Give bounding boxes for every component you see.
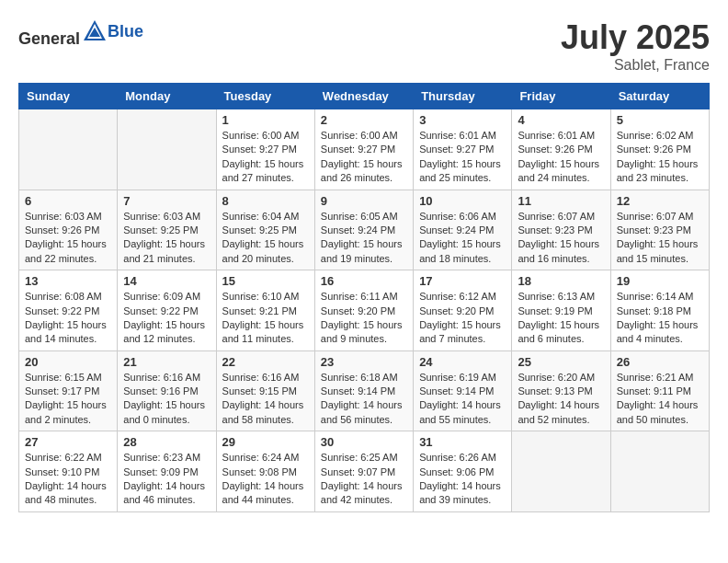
day-info: Sunrise: 6:25 AM Sunset: 9:07 PM Dayligh… — [321, 451, 407, 508]
calendar-cell: 9Sunrise: 6:05 AM Sunset: 9:24 PM Daylig… — [314, 190, 413, 270]
logo-general: General — [18, 29, 80, 48]
calendar-cell: 24Sunrise: 6:19 AM Sunset: 9:14 PM Dayli… — [414, 350, 512, 431]
day-info: Sunrise: 6:03 AM Sunset: 9:25 PM Dayligh… — [123, 210, 210, 267]
weekday-wednesday: Wednesday — [314, 84, 413, 109]
day-info: Sunrise: 6:23 AM Sunset: 9:09 PM Dayligh… — [123, 451, 210, 508]
calendar-cell: 12Sunrise: 6:07 AM Sunset: 9:23 PM Dayli… — [610, 190, 709, 270]
day-number: 18 — [518, 274, 604, 288]
day-info: Sunrise: 6:14 AM Sunset: 9:18 PM Dayligh… — [617, 290, 703, 347]
calendar-cell: 16Sunrise: 6:11 AM Sunset: 9:20 PM Dayli… — [314, 270, 413, 351]
day-number: 7 — [123, 194, 210, 208]
day-number: 12 — [617, 194, 703, 208]
day-number: 4 — [518, 113, 604, 127]
day-number: 16 — [321, 274, 407, 288]
day-number: 8 — [222, 194, 309, 208]
day-number: 3 — [419, 113, 506, 127]
day-number: 29 — [222, 435, 309, 449]
day-info: Sunrise: 6:18 AM Sunset: 9:14 PM Dayligh… — [321, 371, 407, 428]
calendar-cell: 5Sunrise: 6:02 AM Sunset: 9:26 PM Daylig… — [610, 109, 709, 190]
week-row-5: 27Sunrise: 6:22 AM Sunset: 9:10 PM Dayli… — [19, 431, 710, 512]
calendar-cell: 18Sunrise: 6:13 AM Sunset: 9:19 PM Dayli… — [512, 270, 610, 351]
day-info: Sunrise: 6:15 AM Sunset: 9:17 PM Dayligh… — [25, 371, 111, 428]
calendar-cell — [610, 431, 709, 512]
day-info: Sunrise: 6:00 AM Sunset: 9:27 PM Dayligh… — [321, 129, 407, 186]
day-number: 5 — [617, 113, 703, 127]
day-number: 31 — [419, 435, 506, 449]
week-row-3: 13Sunrise: 6:08 AM Sunset: 9:22 PM Dayli… — [19, 270, 710, 351]
day-info: Sunrise: 6:07 AM Sunset: 9:23 PM Dayligh… — [518, 210, 604, 267]
day-number: 23 — [321, 355, 407, 369]
day-number: 13 — [25, 274, 111, 288]
calendar-cell: 6Sunrise: 6:03 AM Sunset: 9:26 PM Daylig… — [19, 190, 118, 270]
calendar-cell: 7Sunrise: 6:03 AM Sunset: 9:25 PM Daylig… — [118, 190, 216, 270]
week-row-2: 6Sunrise: 6:03 AM Sunset: 9:26 PM Daylig… — [19, 190, 710, 270]
day-number: 6 — [25, 194, 111, 208]
calendar-cell: 30Sunrise: 6:25 AM Sunset: 9:07 PM Dayli… — [314, 431, 413, 512]
day-info: Sunrise: 6:12 AM Sunset: 9:20 PM Dayligh… — [419, 290, 506, 347]
day-number: 2 — [321, 113, 407, 127]
weekday-sunday: Sunday — [19, 84, 118, 109]
day-info: Sunrise: 6:20 AM Sunset: 9:13 PM Dayligh… — [518, 371, 604, 428]
calendar-cell: 31Sunrise: 6:26 AM Sunset: 9:06 PM Dayli… — [414, 431, 512, 512]
calendar-table: SundayMondayTuesdayWednesdayThursdayFrid… — [18, 83, 710, 512]
day-info: Sunrise: 6:22 AM Sunset: 9:10 PM Dayligh… — [25, 451, 111, 508]
day-number: 25 — [518, 355, 604, 369]
calendar-cell: 25Sunrise: 6:20 AM Sunset: 9:13 PM Dayli… — [512, 350, 610, 431]
title-block: July 2025 Sablet, France — [561, 18, 710, 74]
calendar-cell: 21Sunrise: 6:16 AM Sunset: 9:16 PM Dayli… — [118, 350, 216, 431]
logo-blue: Blue — [108, 22, 143, 41]
day-info: Sunrise: 6:08 AM Sunset: 9:22 PM Dayligh… — [25, 290, 111, 347]
day-info: Sunrise: 6:13 AM Sunset: 9:19 PM Dayligh… — [518, 290, 604, 347]
weekday-saturday: Saturday — [610, 84, 709, 109]
day-info: Sunrise: 6:06 AM Sunset: 9:24 PM Dayligh… — [419, 210, 506, 267]
day-number: 28 — [123, 435, 210, 449]
day-info: Sunrise: 6:26 AM Sunset: 9:06 PM Dayligh… — [419, 451, 506, 508]
location: Sablet, France — [561, 57, 710, 74]
day-info: Sunrise: 6:01 AM Sunset: 9:26 PM Dayligh… — [518, 129, 604, 186]
day-number: 30 — [321, 435, 407, 449]
day-number: 17 — [419, 274, 506, 288]
day-number: 20 — [25, 355, 111, 369]
day-number: 19 — [617, 274, 703, 288]
calendar-cell — [19, 109, 118, 190]
calendar-cell: 22Sunrise: 6:16 AM Sunset: 9:15 PM Dayli… — [216, 350, 314, 431]
day-info: Sunrise: 6:02 AM Sunset: 9:26 PM Dayligh… — [617, 129, 703, 186]
calendar-cell: 8Sunrise: 6:04 AM Sunset: 9:25 PM Daylig… — [216, 190, 314, 270]
day-info: Sunrise: 6:00 AM Sunset: 9:27 PM Dayligh… — [222, 129, 309, 186]
weekday-tuesday: Tuesday — [216, 84, 314, 109]
month-year: July 2025 — [561, 18, 710, 57]
calendar-cell: 17Sunrise: 6:12 AM Sunset: 9:20 PM Dayli… — [414, 270, 512, 351]
day-info: Sunrise: 6:16 AM Sunset: 9:15 PM Dayligh… — [222, 371, 309, 428]
day-info: Sunrise: 6:10 AM Sunset: 9:21 PM Dayligh… — [222, 290, 309, 347]
calendar-cell: 27Sunrise: 6:22 AM Sunset: 9:10 PM Dayli… — [19, 431, 118, 512]
day-number: 1 — [222, 113, 309, 127]
weekday-header-row: SundayMondayTuesdayWednesdayThursdayFrid… — [19, 84, 710, 109]
day-number: 22 — [222, 355, 309, 369]
calendar-cell: 4Sunrise: 6:01 AM Sunset: 9:26 PM Daylig… — [512, 109, 610, 190]
day-info: Sunrise: 6:03 AM Sunset: 9:26 PM Dayligh… — [25, 210, 111, 267]
day-info: Sunrise: 6:21 AM Sunset: 9:11 PM Dayligh… — [617, 371, 703, 428]
day-info: Sunrise: 6:05 AM Sunset: 9:24 PM Dayligh… — [321, 210, 407, 267]
day-info: Sunrise: 6:01 AM Sunset: 9:27 PM Dayligh… — [419, 129, 506, 186]
day-number: 27 — [25, 435, 111, 449]
day-number: 21 — [123, 355, 210, 369]
day-number: 24 — [419, 355, 506, 369]
calendar-cell: 13Sunrise: 6:08 AM Sunset: 9:22 PM Dayli… — [19, 270, 118, 351]
day-info: Sunrise: 6:24 AM Sunset: 9:08 PM Dayligh… — [222, 451, 309, 508]
day-number: 9 — [321, 194, 407, 208]
calendar-cell: 10Sunrise: 6:06 AM Sunset: 9:24 PM Dayli… — [414, 190, 512, 270]
calendar-cell: 11Sunrise: 6:07 AM Sunset: 9:23 PM Dayli… — [512, 190, 610, 270]
week-row-1: 1Sunrise: 6:00 AM Sunset: 9:27 PM Daylig… — [19, 109, 710, 190]
calendar-cell — [512, 431, 610, 512]
day-number: 10 — [419, 194, 506, 208]
calendar-cell: 19Sunrise: 6:14 AM Sunset: 9:18 PM Dayli… — [610, 270, 709, 351]
day-number: 15 — [222, 274, 309, 288]
logo-general-text: General — [18, 18, 108, 49]
calendar-cell: 23Sunrise: 6:18 AM Sunset: 9:14 PM Dayli… — [314, 350, 413, 431]
weekday-monday: Monday — [118, 84, 216, 109]
day-info: Sunrise: 6:19 AM Sunset: 9:14 PM Dayligh… — [419, 371, 506, 428]
weekday-friday: Friday — [512, 84, 610, 109]
weekday-thursday: Thursday — [414, 84, 512, 109]
calendar-cell: 26Sunrise: 6:21 AM Sunset: 9:11 PM Dayli… — [610, 350, 709, 431]
calendar-cell: 14Sunrise: 6:09 AM Sunset: 9:22 PM Dayli… — [118, 270, 216, 351]
